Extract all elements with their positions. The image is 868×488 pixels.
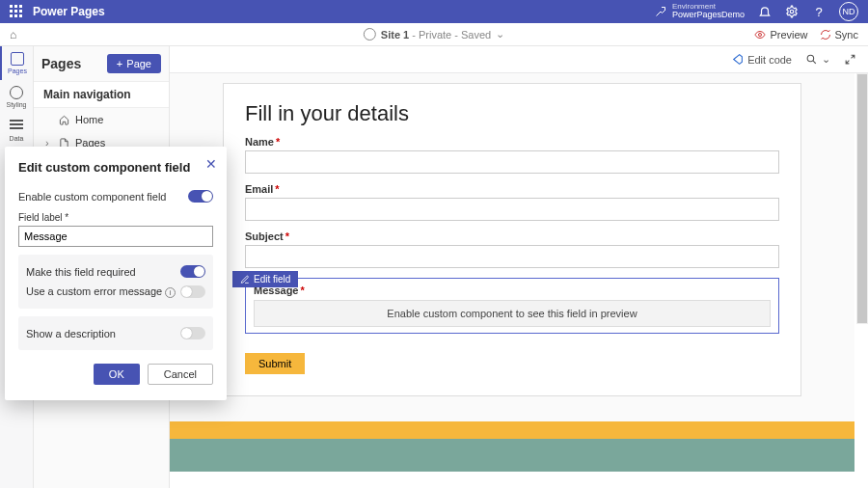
submit-button[interactable]: Submit [245, 353, 305, 374]
preview-button[interactable]: Preview [754, 29, 807, 41]
site-name: Site 1 [381, 29, 409, 41]
input-email[interactable] [245, 198, 779, 221]
environment-icon [655, 6, 666, 17]
nav-home[interactable]: Home [34, 108, 169, 131]
field-email: Email* [245, 183, 779, 221]
scrollbar-thumb[interactable] [856, 73, 868, 324]
zoom-button[interactable]: ⌄ [805, 53, 830, 66]
chevron-down-icon: ⌄ [822, 53, 830, 66]
page-footer: Copyright © 2023. All rights reserved. [170, 472, 854, 488]
enable-cc-toggle[interactable] [188, 190, 213, 203]
home-icon [59, 115, 69, 125]
info-icon[interactable]: i [165, 287, 176, 298]
chevron-down-icon[interactable]: ⌄ [496, 28, 504, 41]
design-canvas: Fill in your details Name* Email* Subjec… [170, 73, 854, 488]
vscode-icon [731, 53, 744, 66]
magnifier-icon [805, 53, 818, 66]
expand-button[interactable] [844, 53, 856, 66]
data-icon [10, 120, 23, 133]
label-subject: Subject* [245, 230, 779, 242]
label-email: Email* [245, 183, 779, 195]
product-name: Power Pages [33, 5, 105, 18]
field-name: Name* [245, 136, 779, 174]
environment-picker[interactable]: Environment PowerPagesDemo [655, 3, 745, 21]
custom-component-placeholder: Enable custom component to see this fiel… [254, 300, 771, 327]
decorative-stripe-green [170, 439, 854, 472]
custom-error-toggle[interactable] [180, 285, 205, 298]
form-heading: Fill in your details [245, 101, 779, 126]
site-status[interactable]: Site 1 - Private - Saved ⌄ [364, 28, 504, 41]
edit-field-dialog: ✕ Edit custom component field Enable cus… [5, 147, 227, 400]
cancel-button[interactable]: Cancel [148, 364, 213, 385]
rail-styling[interactable]: Styling [0, 80, 33, 114]
rail-pages[interactable]: Pages [0, 46, 33, 80]
pencil-icon [240, 275, 250, 285]
dialog-title: Edit custom component field [18, 160, 213, 175]
field-label-input[interactable] [18, 226, 213, 247]
show-desc-label: Show a description [26, 328, 116, 339]
home-icon[interactable]: ⌂ [10, 28, 16, 41]
site-saved-status: - Private - Saved [412, 29, 491, 41]
custom-error-label: Use a custom error messagei [26, 285, 176, 298]
environment-label: Environment [672, 3, 745, 12]
main-navigation-heading: Main navigation [34, 81, 169, 108]
field-message-selected[interactable]: Edit field Message* Enable custom compon… [245, 278, 779, 334]
styling-icon [10, 86, 23, 99]
input-subject[interactable] [245, 245, 779, 268]
app-launcher-icon[interactable] [10, 5, 23, 18]
add-page-button[interactable]: + Page [107, 54, 161, 73]
help-icon[interactable]: ? [812, 5, 826, 18]
user-avatar[interactable]: ND [839, 2, 858, 21]
svg-point-1 [759, 33, 762, 36]
enable-cc-label: Enable custom component field [18, 191, 166, 203]
field-subject: Subject* [245, 230, 779, 268]
required-label: Make this field required [26, 266, 136, 278]
environment-name: PowerPagesDemo [672, 11, 745, 20]
global-header: Power Pages Environment PowerPagesDemo ?… [0, 0, 868, 23]
field-label-caption: Field label * [18, 206, 213, 226]
breadcrumb-bar: ⌂ Site 1 - Private - Saved ⌄ Preview Syn… [0, 23, 868, 46]
required-toggle[interactable] [180, 265, 205, 278]
canvas-toolbar: Edit code ⌄ [170, 46, 868, 73]
expand-icon [844, 53, 856, 66]
show-desc-toggle[interactable] [180, 327, 205, 339]
rail-data[interactable]: Data [0, 114, 33, 148]
svg-point-0 [790, 10, 794, 14]
settings-icon[interactable] [785, 5, 799, 18]
pages-icon [11, 52, 24, 66]
sync-button[interactable]: Sync [820, 29, 858, 41]
edit-code-button[interactable]: Edit code [731, 53, 792, 66]
label-message: Message* [254, 285, 771, 296]
plus-icon: + [117, 58, 122, 69]
close-icon[interactable]: ✕ [205, 156, 217, 172]
input-name[interactable] [245, 150, 779, 174]
form-card: Fill in your details Name* Email* Subjec… [223, 83, 801, 396]
label-name: Name* [245, 136, 779, 148]
notifications-icon[interactable] [758, 5, 772, 18]
decorative-stripe-yellow [170, 421, 854, 439]
globe-icon [364, 28, 376, 41]
ok-button[interactable]: OK [94, 364, 140, 385]
svg-point-2 [807, 55, 814, 62]
edit-field-button[interactable]: Edit field [232, 271, 298, 287]
pages-panel-title: Pages [41, 56, 81, 71]
